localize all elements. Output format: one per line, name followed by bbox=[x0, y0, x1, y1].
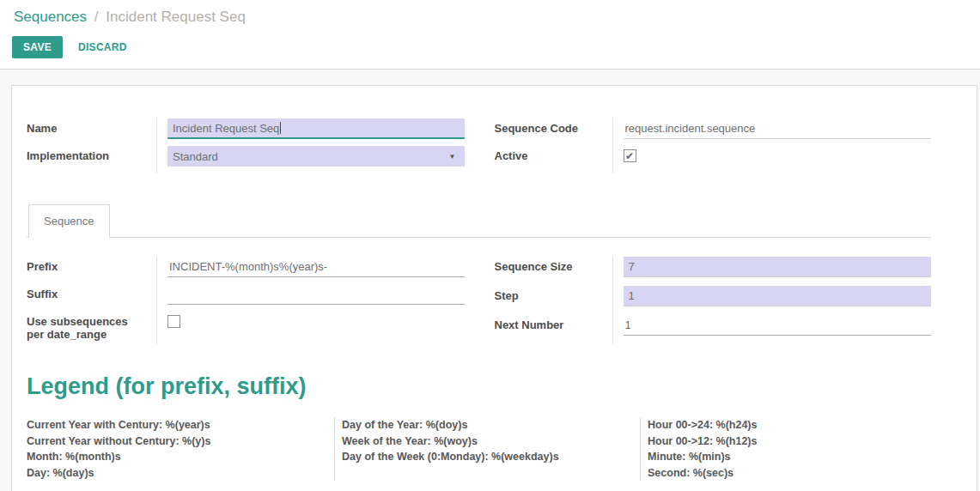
tab-strip: Sequence bbox=[27, 204, 931, 238]
step-value: 1 bbox=[629, 289, 635, 302]
text-caret bbox=[280, 122, 281, 134]
legend-item: Current Year without Century: %(y)s bbox=[27, 433, 326, 450]
top-bar: Sequences / Incident Request Seq SAVE DI… bbox=[0, 0, 980, 70]
step-input[interactable]: 1 bbox=[624, 286, 932, 306]
legend-item: Minute: %(min)s bbox=[648, 449, 757, 465]
legend-item: Day: %(day)s bbox=[27, 465, 326, 482]
sequence-size-input[interactable]: 7 bbox=[624, 257, 932, 277]
name-input-value: Incident Request Seq bbox=[173, 122, 279, 135]
legend-column-time: Hour 00->24: %(h24)s Hour 00->12: %(h12)… bbox=[640, 417, 765, 481]
step-label: Step bbox=[495, 286, 612, 315]
next-number-value: 1 bbox=[625, 318, 631, 331]
breadcrumb-separator: / bbox=[91, 9, 102, 25]
form-sheet: Name Incident Request Seq Implementation… bbox=[11, 85, 977, 491]
breadcrumb-sequences-link[interactable]: Sequences bbox=[14, 9, 87, 25]
legend-item: Second: %(sec)s bbox=[648, 465, 757, 482]
implementation-selected-value: Standard bbox=[173, 150, 218, 163]
name-input[interactable]: Incident Request Seq bbox=[167, 118, 465, 139]
legend-item: Hour 00->24: %(h24)s bbox=[648, 417, 757, 433]
legend-item: Day of the Year: %(doy)s bbox=[342, 417, 631, 433]
legend-column-week: Day of the Year: %(doy)s Week of the Yea… bbox=[334, 417, 640, 481]
prefix-value: INCIDENT-%(month)s%(year)s- bbox=[169, 260, 327, 273]
active-checkbox[interactable]: ✔ bbox=[624, 149, 636, 162]
legend-item: Current Year with Century: %(year)s bbox=[27, 417, 326, 433]
next-number-label: Next Number bbox=[495, 315, 612, 344]
breadcrumb-current: Incident Request Seq bbox=[106, 9, 246, 25]
breadcrumb: Sequences / Incident Request Seq bbox=[14, 9, 980, 26]
implementation-label: Implementation bbox=[27, 146, 156, 173]
next-number-input[interactable]: 1 bbox=[624, 315, 932, 336]
notebook: Sequence Prefix INCIDENT-%(month)s%(year… bbox=[27, 204, 931, 344]
legend: Current Year with Century: %(year)s Curr… bbox=[27, 417, 931, 481]
sequence-size-label: Sequence Size bbox=[495, 257, 612, 286]
chevron-down-icon: ▼ bbox=[449, 153, 456, 161]
sequence-code-value: request.incident.sequence bbox=[625, 122, 756, 135]
legend-item: Week of the Year: %(woy)s bbox=[342, 433, 631, 450]
checkmark-icon: ✔ bbox=[625, 150, 634, 162]
legend-item: Hour 00->12: %(h12)s bbox=[648, 433, 757, 450]
sequence-code-label: Sequence Code bbox=[495, 118, 612, 146]
tab-sequence[interactable]: Sequence bbox=[28, 204, 110, 238]
name-label: Name bbox=[27, 118, 156, 146]
suffix-label: Suffix bbox=[27, 284, 156, 312]
sequence-size-value: 7 bbox=[629, 260, 635, 273]
use-subsequences-checkbox[interactable] bbox=[167, 315, 180, 328]
legend-item: Day of the Week (0:Monday): %(weekday)s bbox=[342, 449, 631, 465]
discard-button[interactable]: DISCARD bbox=[78, 41, 127, 53]
legend-item: Month: %(month)s bbox=[27, 449, 326, 465]
suffix-input[interactable] bbox=[167, 284, 465, 305]
sequence-code-input[interactable]: request.incident.sequence bbox=[624, 118, 932, 139]
use-subsequences-label: Use subsequences per date_range bbox=[27, 312, 156, 344]
active-label: Active bbox=[495, 146, 612, 173]
legend-column-date: Current Year with Century: %(year)s Curr… bbox=[27, 417, 334, 481]
prefix-input[interactable]: INCIDENT-%(month)s%(year)s- bbox=[167, 257, 465, 277]
content-background: Name Incident Request Seq Implementation… bbox=[0, 70, 980, 491]
implementation-select[interactable]: Standard ▼ bbox=[167, 146, 465, 167]
save-button[interactable]: SAVE bbox=[12, 36, 63, 58]
prefix-label: Prefix bbox=[27, 257, 156, 284]
legend-title: Legend (for prefix, suffix) bbox=[27, 373, 931, 400]
